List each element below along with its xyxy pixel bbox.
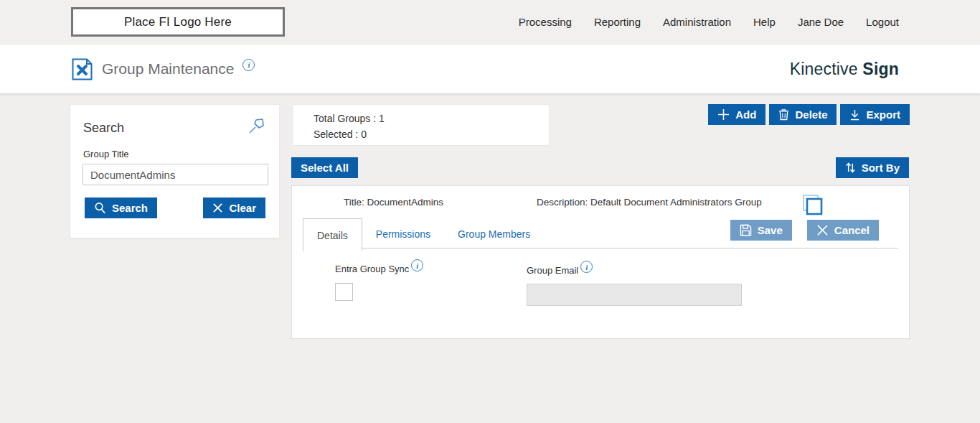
entra-group-sync-label: Entra Group Sync <box>335 264 409 274</box>
tab-details[interactable]: Details <box>303 218 362 251</box>
groups-summary: Total Groups : 1 Selected : 0 <box>293 104 550 146</box>
add-icon <box>717 108 730 121</box>
top-navigation: Processing Reporting Administration Help… <box>519 16 899 28</box>
clear-button[interactable]: Clear <box>203 197 265 218</box>
entra-group-sync-label-row: Entra Group Sync i <box>335 264 423 274</box>
entra-group-sync-checkbox[interactable] <box>335 283 353 301</box>
save-button[interactable]: Save <box>730 220 792 241</box>
export-button[interactable]: Export <box>840 104 910 125</box>
group-actions-toolbar: Add Delete Expor <box>708 104 910 125</box>
select-all-label: Select All <box>301 162 349 174</box>
description-label: Description: <box>537 197 588 208</box>
sort-by-label: Sort By <box>862 162 900 174</box>
tab-group-members[interactable]: Group Members <box>444 220 544 248</box>
export-button-label: Export <box>866 108 900 121</box>
group-title-row: Title: DocumentAdmins <box>344 197 443 208</box>
add-button-label: Add <box>735 108 756 121</box>
group-description-row: Description: Default Document Administra… <box>537 197 762 208</box>
sort-by-button[interactable]: Sort By <box>836 157 909 178</box>
search-panel: Search Group Title Search <box>70 104 280 238</box>
copy-icon[interactable] <box>801 194 823 216</box>
title-value: DocumentAdmins <box>367 197 444 208</box>
export-icon <box>849 109 860 121</box>
nav-administration[interactable]: Administration <box>663 16 731 28</box>
group-email-label: Group Email <box>527 265 578 276</box>
delete-icon <box>778 108 789 121</box>
selected-count: Selected : 0 <box>314 126 549 142</box>
nav-user-jane-doe[interactable]: Jane Doe <box>798 16 844 28</box>
main-content: Search Group Title Search <box>0 93 980 423</box>
add-button[interactable]: Add <box>708 104 765 125</box>
group-title-label: Group Title <box>83 149 279 159</box>
search-button[interactable]: Search <box>85 197 157 218</box>
save-cancel-group: Save Cancel <box>730 220 879 241</box>
clear-icon <box>212 203 223 213</box>
search-icon <box>94 202 106 214</box>
group-email-info-icon[interactable]: i <box>580 261 593 273</box>
description-value: Default Document Administrators Group <box>590 197 762 208</box>
page-title: Group Maintenance <box>102 60 234 78</box>
sort-icon <box>845 162 856 174</box>
page-header: Group Maintenance i Kinective Sign <box>0 45 980 93</box>
brand-product: Sign <box>862 60 899 78</box>
cancel-icon <box>816 224 829 236</box>
top-bar: Place FI Logo Here Processing Reporting … <box>0 0 980 45</box>
group-maintenance-page-icon <box>72 58 93 80</box>
select-all-button[interactable]: Select All <box>291 157 358 178</box>
title-label: Title: <box>344 197 364 208</box>
group-email-input[interactable] <box>527 284 742 306</box>
tab-permissions[interactable]: Permissions <box>362 220 444 248</box>
nav-logout[interactable]: Logout <box>866 16 899 28</box>
total-groups-count: Total Groups : 1 <box>314 111 549 126</box>
fi-logo-text: Place FI Logo Here <box>124 15 232 29</box>
group-email-label-row: Group Email i <box>527 265 593 276</box>
group-title-input[interactable] <box>83 164 268 185</box>
group-detail-card: Title: DocumentAdmins Description: Defau… <box>291 185 910 339</box>
delete-button-label: Delete <box>795 108 827 121</box>
page-title-info-icon[interactable]: i <box>242 59 255 71</box>
cancel-button[interactable]: Cancel <box>807 220 879 241</box>
search-button-label: Search <box>112 202 148 214</box>
fi-logo-placeholder: Place FI Logo Here <box>71 7 285 37</box>
nav-processing[interactable]: Processing <box>519 16 572 28</box>
nav-help[interactable]: Help <box>753 16 776 28</box>
cancel-button-label: Cancel <box>834 224 870 236</box>
brand-logo: Kinective Sign <box>790 60 899 79</box>
save-icon <box>740 224 752 236</box>
delete-button[interactable]: Delete <box>769 104 837 125</box>
pin-icon[interactable] <box>248 116 266 135</box>
nav-reporting[interactable]: Reporting <box>594 16 641 28</box>
search-panel-title: Search <box>83 116 124 136</box>
brand-name: Kinective <box>790 60 858 78</box>
clear-button-label: Clear <box>229 202 256 214</box>
entra-group-sync-info-icon[interactable]: i <box>411 259 423 271</box>
save-button-label: Save <box>758 224 783 236</box>
